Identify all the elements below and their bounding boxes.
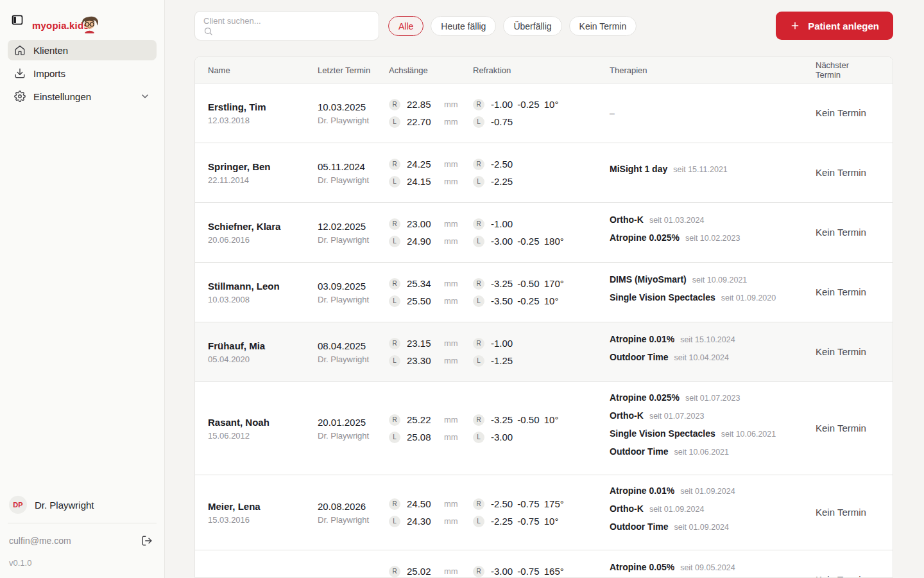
right-eye-badge: R xyxy=(473,338,484,349)
gear-icon xyxy=(14,91,26,102)
axial-length-line: R25.02mm xyxy=(389,566,465,577)
avatar: DP xyxy=(9,496,27,514)
table-row[interactable]: Bauer, Jonas07.05.2026R25.02mmLR-3.00 -0… xyxy=(195,550,893,578)
refraction-line: R-2.50 xyxy=(473,159,602,170)
patient-name-cell: Erstling, Tim12.03.2018 xyxy=(208,101,318,125)
last-appointment-date: 20.08.2026 xyxy=(318,501,381,512)
sidebar-toggle-button[interactable] xyxy=(9,12,26,28)
axial-length-cell: R24.50mmL24.30mm xyxy=(389,498,473,527)
refraction-line: R-2.50 -0.75 175° xyxy=(473,498,602,510)
unit-mm-label: mm xyxy=(444,159,458,169)
last-appointment-date: 07.05.2026 xyxy=(318,575,381,578)
therapies-cell: – xyxy=(610,98,816,128)
patient-birthdate: 15.03.2016 xyxy=(208,515,310,525)
table-row[interactable]: Frühauf, Mia05.04.202008.04.2025Dr. Play… xyxy=(195,322,893,381)
patient-name: Meier, Lena xyxy=(208,501,310,512)
refraction-value: -3.25 -0.50 170° xyxy=(491,278,564,289)
table-body: Erstling, Tim12.03.201810.03.2025Dr. Pla… xyxy=(195,83,893,578)
refraction-value: -0.75 xyxy=(491,116,513,127)
left-eye-badge: L xyxy=(389,295,400,307)
app-logo[interactable]: myopia.kids xyxy=(32,9,108,31)
unit-mm-label: mm xyxy=(444,117,458,127)
column-header-refraction: Refraktion xyxy=(473,66,610,75)
refraction-line: R-3.25 -0.50 10° xyxy=(473,414,602,426)
last-appointment-cell: 10.03.2025Dr. Playwright xyxy=(318,101,389,125)
sidebar-item-einstellungen[interactable]: Einstellungen xyxy=(8,86,157,107)
therapy-name: Ortho-K xyxy=(610,504,644,514)
refraction-line: L-3.50 -0.25 10° xyxy=(473,295,602,307)
user-name: Dr. Playwright xyxy=(35,500,94,511)
patient-name-cell: Springer, Ben22.11.2014 xyxy=(208,161,318,185)
last-appointment-date: 05.11.2024 xyxy=(318,161,381,172)
last-appointment-cell: 20.01.2025Dr. Playwright xyxy=(318,417,389,441)
refraction-value: -2.25 -0.75 10° xyxy=(491,516,558,527)
axial-length-line: L25.08mm xyxy=(389,432,465,443)
therapy-since: seit 01.09.2024 xyxy=(649,505,705,514)
left-eye-badge: L xyxy=(389,236,400,247)
therapy-line: Atropine 0.05%seit 09.05.2024 xyxy=(610,562,816,578)
add-patient-button[interactable]: Patient anlegen xyxy=(776,12,893,40)
table-row[interactable]: Meier, Lena15.03.201620.08.2026Dr. Playw… xyxy=(195,475,893,550)
therapy-name: Outdoor Time xyxy=(610,352,669,362)
therapy-since: seit 01.09.2024 xyxy=(680,487,735,496)
axial-length-line: R22.85mm xyxy=(389,99,465,110)
refraction-line: R-1.00 xyxy=(473,338,602,349)
last-appointment-cell: 20.08.2026Dr. Playwright xyxy=(318,501,389,525)
axial-length-value: 23.30 xyxy=(407,355,438,366)
user-profile[interactable]: DP Dr. Playwright xyxy=(8,492,157,523)
therapies-cell: Ortho-Kseit 01.03.2024Atropine 0.025%sei… xyxy=(610,204,816,261)
search-box[interactable] xyxy=(194,11,379,40)
table-row[interactable]: Erstling, Tim12.03.201810.03.2025Dr. Pla… xyxy=(195,83,893,143)
therapies-empty-dash: – xyxy=(610,108,816,118)
search-input[interactable] xyxy=(203,16,372,26)
patient-name: Schiefner, Klara xyxy=(208,221,310,232)
logout-icon xyxy=(141,535,153,547)
right-eye-badge: R xyxy=(389,566,400,577)
therapy-name: Atropine 0.025% xyxy=(610,232,680,243)
right-eye-badge: R xyxy=(473,414,484,426)
patient-name: Bauer, Jonas xyxy=(208,575,310,578)
table-row[interactable]: Schiefner, Klara20.06.201612.02.2025Dr. … xyxy=(195,202,893,262)
next-appointment-cell: Kein Termin xyxy=(816,346,880,358)
next-appointment-value: Kein Termin xyxy=(816,346,866,357)
next-appointment-value: Kein Termin xyxy=(816,107,866,118)
patient-name: Springer, Ben xyxy=(208,161,310,172)
patient-name-cell: Bauer, Jonas xyxy=(208,575,318,578)
logout-button[interactable] xyxy=(139,532,155,549)
sidebar-item-klienten[interactable]: Klienten xyxy=(8,40,157,60)
therapy-name: Atropine 0.05% xyxy=(610,562,674,572)
filter-chip-alle[interactable]: Alle xyxy=(388,16,424,36)
left-eye-badge: L xyxy=(473,295,484,307)
therapy-since: seit 01.07.2023 xyxy=(649,412,705,421)
next-appointment-cell: Kein Termin xyxy=(816,107,880,119)
sidebar-item-imports[interactable]: Imports xyxy=(8,63,157,83)
last-appointment-doctor: Dr. Playwright xyxy=(318,515,381,525)
filter-chip-überfällig[interactable]: Überfällig xyxy=(503,16,561,36)
axial-length-cell: R25.02mmL xyxy=(389,566,473,578)
refraction-cell: R-1.00L-1.25 xyxy=(473,338,610,367)
patient-name-cell: Rasant, Noah15.06.2012 xyxy=(208,417,318,441)
unit-mm-label: mm xyxy=(444,338,458,348)
refraction-line: L-1.25 xyxy=(473,355,602,367)
plus-icon xyxy=(790,21,800,31)
table-row[interactable]: Stillmann, Leon10.03.200803.09.2025Dr. P… xyxy=(195,262,893,322)
filter-chip-heute-fällig[interactable]: Heute fällig xyxy=(431,16,496,36)
refraction-value: -2.50 xyxy=(491,159,513,170)
table-row[interactable]: Rasant, Noah15.06.201220.01.2025Dr. Play… xyxy=(195,381,893,475)
therapy-since: seit 10.06.2021 xyxy=(721,430,776,439)
left-eye-badge: L xyxy=(389,355,400,367)
sidebar-item-label: Imports xyxy=(33,68,65,79)
home-icon xyxy=(14,44,26,56)
kid-mascot-icon xyxy=(80,15,99,33)
left-eye-badge: L xyxy=(473,116,484,128)
axial-length-value: 25.50 xyxy=(407,295,438,306)
therapy-name: Ortho-K xyxy=(610,410,644,421)
table-row[interactable]: Springer, Ben22.11.201405.11.2024Dr. Pla… xyxy=(195,143,893,202)
therapy-line: Atropine 0.01%seit 15.10.2024 xyxy=(610,334,816,352)
filter-chip-kein-termin[interactable]: Kein Termin xyxy=(569,16,637,36)
next-appointment-value: Kein Termin xyxy=(816,167,866,178)
unit-mm-label: mm xyxy=(444,219,458,229)
therapies-cell: Atropine 0.025%seit 01.07.2023Ortho-Ksei… xyxy=(610,382,816,475)
column-header-name: Name xyxy=(208,66,318,75)
therapies-cell: Atropine 0.05%seit 09.05.2024DIMS (MiyoS… xyxy=(610,552,816,578)
